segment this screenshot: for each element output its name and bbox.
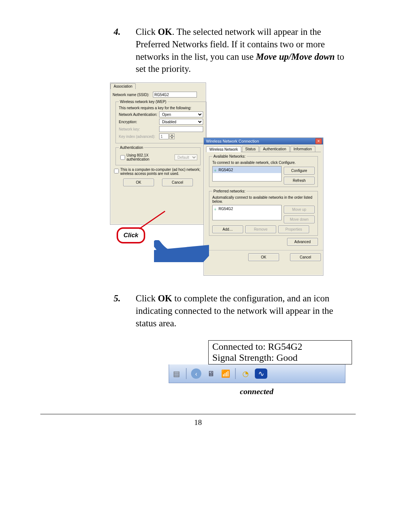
callout-label: Click: [124, 232, 139, 239]
footer-rule: [40, 414, 356, 414]
key-input: [159, 126, 203, 132]
eap-select: Default: [175, 154, 197, 160]
wep-group: Wireless network key (WEP) This network …: [115, 100, 206, 143]
tooltip-line-1: Connected to: RG54G2: [212, 341, 348, 352]
preferred-note: Automatically connect to available netwo…: [212, 195, 315, 203]
close-icon[interactable]: ✕: [315, 138, 322, 144]
step-4-body: Click OK. The selected network will appe…: [136, 26, 356, 75]
callout-line-icon: [136, 210, 169, 232]
tray-separator: [235, 368, 236, 379]
tab-information[interactable]: Information: [290, 146, 315, 152]
add-button[interactable]: Add…: [212, 225, 243, 233]
authn-legend: Authentication: [119, 146, 144, 150]
wifi-icon: ⏚: [214, 207, 219, 211]
preferred-listbox[interactable]: ⏚RG54G2: [212, 205, 282, 220]
text: Click: [136, 27, 158, 37]
auth-label: Network Authentication:: [119, 113, 159, 117]
wireless-connection-dialog: Wireless Network Connection ✕ Wireless N…: [203, 137, 323, 276]
list-item[interactable]: ⏚RG54G2: [213, 205, 281, 212]
arrow-swoosh-icon: [154, 240, 209, 264]
connection-tooltip: Connected to: RG54G2 Signal Strength: Go…: [208, 340, 352, 364]
available-legend: Available Networks:: [212, 154, 247, 158]
tray-screenshot: Connected to: RG54G2 Signal Strength: Go…: [169, 340, 345, 396]
enc-select[interactable]: Disabled: [159, 119, 203, 125]
keyword-ok: OK: [158, 293, 172, 303]
key-label: Network key:: [119, 127, 159, 131]
association-dialog: Association Network name (SSID): Wireles…: [110, 82, 206, 225]
preferred-networks-group: Preferred networks: Automatically connec…: [209, 189, 318, 236]
cancel-button[interactable]: Cancel: [162, 179, 193, 186]
wep-legend: Wireless network key (WEP): [119, 100, 168, 104]
tray-network-icon: 🖥: [206, 368, 216, 379]
keyword-movedown: Move down: [291, 52, 335, 62]
step-number: 5.: [114, 292, 136, 329]
keyidx-label: Key index (advanced):: [119, 135, 159, 139]
page-number: 18: [40, 418, 356, 427]
tray-generic-icon: ▤: [171, 368, 182, 379]
cancel-button[interactable]: Cancel: [290, 253, 321, 261]
tray-wireless-icon: 📶: [220, 368, 231, 379]
document-page: 4. Click OK. The selected network will a…: [0, 0, 396, 532]
move-up-button[interactable]: Move up: [284, 206, 315, 213]
step-5: 5. Click OK to complete the configuratio…: [114, 292, 356, 329]
titlebar: Wireless Network Connection ✕: [204, 138, 323, 144]
tooltip-line-2: Signal Strength: Good: [212, 352, 348, 363]
authn-group: Authentication Using 802.1X authenticati…: [115, 146, 201, 165]
use-8021x-checkbox[interactable]: [120, 155, 125, 160]
wifi-icon: ⏚: [214, 168, 219, 172]
list-item-label: RG54G2: [219, 207, 233, 211]
advanced-button[interactable]: Advanced: [287, 238, 318, 246]
enc-label: Encryption:: [119, 120, 159, 124]
tray-clock-icon: ◔: [240, 368, 250, 379]
step-4: 4. Click OK. The selected network will a…: [114, 26, 356, 75]
tab-authentication[interactable]: Authentication: [260, 146, 289, 152]
configure-button[interactable]: Configure: [284, 167, 315, 175]
wep-note: This network requires a key for the foll…: [119, 106, 203, 110]
tab-status[interactable]: Status: [242, 146, 259, 152]
available-note: To connect to an available network, clic…: [212, 161, 315, 165]
tray-back-icon: ‹: [191, 368, 201, 379]
click-callout: Click: [117, 227, 145, 243]
step-number: 4.: [114, 26, 136, 75]
tray-app-icon: ∿: [255, 368, 267, 379]
preferred-legend: Preferred networks:: [212, 189, 246, 193]
adhoc-checkbox[interactable]: [114, 169, 119, 173]
tab-wireless-network[interactable]: Wireless Network: [206, 146, 241, 152]
spin-down-icon: ▼: [169, 136, 175, 139]
auth-select[interactable]: Open: [159, 111, 203, 117]
use-8021x-label: Using 802.1X authentication: [126, 153, 172, 161]
ok-button[interactable]: OK: [123, 179, 154, 186]
screenshot-composite: Association Network name (SSID): Wireles…: [110, 82, 323, 278]
ok-button[interactable]: OK: [248, 253, 279, 261]
step-5-body: Click OK to complete the configuration, …: [136, 292, 356, 329]
list-item[interactable]: ⏚RG54G2: [213, 166, 281, 173]
remove-button[interactable]: Remove: [245, 225, 276, 233]
figure-caption: connected: [169, 387, 345, 396]
spin-up-icon: ▲: [169, 133, 175, 136]
system-tray: ▤ ‹ 🖥 📶 ◔ ∿: [169, 364, 345, 383]
keyidx-input: [159, 133, 169, 139]
available-listbox[interactable]: ⏚RG54G2: [212, 166, 282, 181]
ssid-label: Network name (SSID):: [113, 93, 153, 97]
adhoc-label: This is a computer-to-computer (ad hoc) …: [120, 168, 203, 176]
list-item-label: RG54G2: [219, 168, 233, 172]
keyword-moveup: Move up: [256, 52, 289, 62]
text: Click: [136, 293, 158, 303]
tray-separator: [186, 368, 187, 379]
tab-association[interactable]: Association: [110, 83, 136, 89]
available-networks-group: Available Networks: To connect to an ava…: [209, 154, 318, 187]
properties-button[interactable]: Properties: [278, 225, 309, 233]
dialog-title: Wireless Network Connection: [206, 139, 259, 143]
svg-line-0: [139, 211, 165, 229]
ssid-input[interactable]: [153, 92, 197, 98]
keyword-ok: OK: [158, 27, 172, 37]
move-down-button[interactable]: Move down: [284, 216, 315, 223]
refresh-button[interactable]: Refresh: [284, 177, 315, 184]
